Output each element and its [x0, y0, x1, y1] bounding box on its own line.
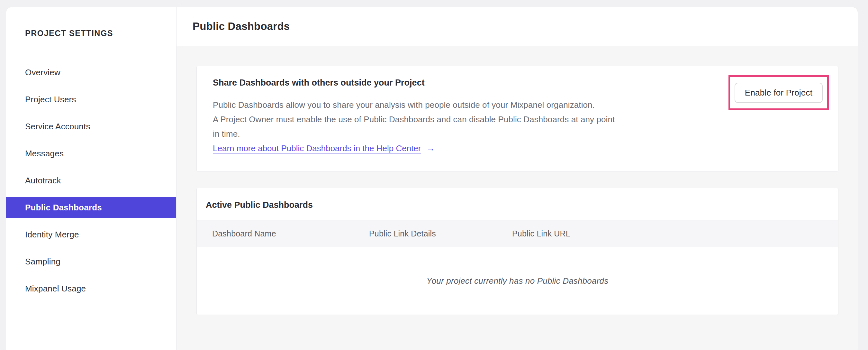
settings-nav: Overview Project Users Service Accounts …	[6, 59, 176, 302]
dashboards-table-header: Dashboard Name Public Link Details Publi…	[197, 220, 838, 247]
sidebar-item-overview[interactable]: Overview	[6, 59, 176, 86]
active-dashboards-card: Active Public Dashboards Dashboard Name …	[196, 188, 838, 315]
column-public-link-url: Public Link URL	[512, 229, 570, 238]
description-line: Public Dashboards allow you to share you…	[213, 98, 615, 112]
sidebar-item-service-accounts[interactable]: Service Accounts	[6, 113, 176, 140]
share-card-heading: Share Dashboards with others outside you…	[213, 78, 425, 88]
main-area: Public Dashboards Share Dashboards with …	[177, 7, 858, 350]
help-center-link[interactable]: Learn more about Public Dashboards in th…	[213, 144, 421, 153]
column-dashboard-name: Dashboard Name	[212, 229, 276, 238]
page-title: Public Dashboards	[192, 20, 290, 32]
settings-sidebar: PROJECT SETTINGS Overview Project Users …	[6, 7, 177, 350]
description-line: in time.	[213, 127, 615, 141]
page-body: Share Dashboards with others outside you…	[177, 46, 858, 350]
description-line: A Project Owner must enable the use of P…	[213, 112, 615, 127]
sidebar-item-messages[interactable]: Messages	[6, 140, 176, 167]
sidebar-item-sampling[interactable]: Sampling	[6, 248, 176, 275]
sidebar-item-autotrack[interactable]: Autotrack	[6, 167, 176, 194]
enable-for-project-button[interactable]: Enable for Project	[735, 83, 823, 103]
help-center-link-row: Learn more about Public Dashboards in th…	[213, 144, 435, 153]
empty-state-message: Your project currently has no Public Das…	[197, 247, 838, 315]
share-card-description: Public Dashboards allow you to share you…	[213, 98, 615, 141]
annotation-highlight-box: Enable for Project	[728, 75, 829, 110]
arrow-right-icon: →	[426, 144, 435, 153]
share-dashboards-card: Share Dashboards with others outside you…	[196, 66, 838, 172]
column-public-link-details: Public Link Details	[369, 229, 436, 238]
page-header: Public Dashboards	[177, 7, 858, 46]
sidebar-title: PROJECT SETTINGS	[25, 29, 113, 38]
sidebar-item-project-users[interactable]: Project Users	[6, 86, 176, 113]
active-card-title: Active Public Dashboards	[206, 200, 313, 210]
sidebar-item-mixpanel-usage[interactable]: Mixpanel Usage	[6, 275, 176, 302]
project-settings-app: PROJECT SETTINGS Overview Project Users …	[6, 7, 858, 350]
sidebar-item-public-dashboards[interactable]: Public Dashboards	[6, 194, 176, 221]
sidebar-item-identity-merge[interactable]: Identity Merge	[6, 221, 176, 248]
